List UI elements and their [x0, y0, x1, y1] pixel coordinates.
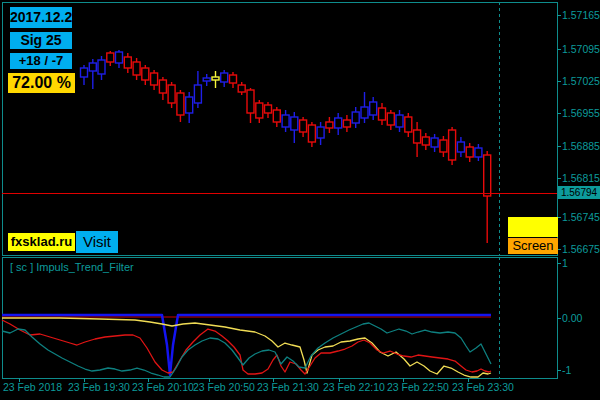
candle-body: [124, 57, 131, 68]
candle-body: [466, 147, 473, 157]
price-tick-label: 1.57095: [562, 43, 600, 55]
candle-body: [81, 68, 88, 77]
candle-body: [440, 140, 447, 152]
price-tick-label: 1.57165: [562, 9, 600, 21]
candle-body: [273, 110, 280, 122]
candle-body: [256, 103, 263, 118]
info-date-box: 2017.12.29: [8, 5, 74, 30]
time-tick-label: 23 Feb 20:10: [132, 381, 194, 393]
candle-body: [98, 60, 105, 74]
candle-body: [431, 138, 438, 147]
indicator-scale-label: 0.00: [562, 312, 583, 324]
price-tick-label: 1.56675: [562, 243, 600, 255]
chart-canvas: 1.571651.570951.570251.569551.568851.568…: [0, 0, 600, 400]
candle-body: [151, 73, 158, 85]
time-tick-label: 23 Feb 20:50: [193, 381, 255, 393]
screen-button-spacer: [508, 217, 558, 237]
candle-body: [133, 62, 140, 75]
candle-body: [361, 107, 368, 118]
price-tick-label: 1.56815: [562, 172, 600, 184]
site-link[interactable]: fxsklad.ru: [8, 233, 75, 251]
candle-body: [203, 78, 210, 81]
info-date-label: 2017.12.29: [10, 9, 80, 25]
candle-body: [317, 127, 324, 138]
candle-body: [212, 77, 219, 80]
candle-body: [484, 155, 491, 196]
candle-body: [343, 120, 350, 127]
info-percent-box: 72.00 %: [6, 71, 77, 95]
candle-body: [107, 53, 114, 62]
candle-body: [308, 125, 315, 142]
candle-body: [335, 118, 342, 128]
candle-body: [300, 120, 307, 132]
indicator-line-yellow: [2, 318, 491, 377]
candle-body: [405, 117, 412, 132]
candle-body: [291, 117, 298, 130]
candle-body: [370, 102, 377, 115]
info-percent-label: 72.00 %: [12, 74, 71, 91]
candle-body: [449, 130, 456, 160]
screen-button[interactable]: Screen: [508, 238, 558, 254]
candle-body: [247, 90, 254, 113]
indicator-line-red: [2, 320, 491, 374]
main-chart-border: [2, 2, 557, 255]
candle-body: [422, 137, 429, 145]
candle-body: [177, 93, 184, 115]
indicator-scale-label: 1: [562, 257, 568, 269]
info-ratio-label: +18 / -7: [19, 53, 63, 68]
candle-body: [475, 148, 482, 157]
candle-body: [221, 73, 228, 82]
candle-body: [142, 68, 149, 80]
candle-body: [238, 85, 245, 92]
info-signal-box: Sig 25: [8, 30, 74, 51]
candle-body: [379, 108, 386, 120]
info-signal-label: Sig 25: [20, 32, 61, 48]
visit-button[interactable]: Visit: [76, 231, 118, 253]
time-tick-label: 23 Feb 22:50: [387, 381, 449, 393]
time-tick-label: 23 Feb 19:30: [68, 381, 130, 393]
candle-body: [159, 80, 166, 93]
candle-body: [396, 115, 403, 127]
price-tick-label: 1.56955: [562, 107, 600, 119]
time-tick-label: 23 Feb 23:30: [452, 381, 514, 393]
info-ratio-box: +18 / -7: [8, 51, 74, 71]
candle-body: [265, 105, 272, 113]
indicator-title: [ sc ] Impuls_Trend_Filter: [10, 261, 134, 273]
candle-body: [116, 52, 123, 63]
candle-body: [414, 130, 421, 143]
candle-body: [457, 142, 464, 152]
candle-body: [387, 113, 394, 125]
price-tick-label: 1.57025: [562, 75, 600, 87]
candle-body: [326, 122, 333, 128]
current-price-label: 1.56794: [558, 186, 600, 199]
trading-terminal: 1.571651.570951.570251.569551.568851.568…: [0, 0, 600, 400]
candle-body: [282, 115, 289, 127]
candle-body: [168, 85, 175, 103]
candle-body: [186, 97, 193, 113]
candle-body: [89, 63, 96, 71]
price-tick-label: 1.56745: [562, 211, 600, 223]
price-tick-label: 1.56885: [562, 140, 600, 152]
time-tick-label: 23 Feb 21:30: [257, 381, 319, 393]
candle-body: [230, 75, 237, 83]
time-tick-label: 23 Feb 2018: [3, 381, 62, 393]
candle-body: [352, 112, 359, 123]
candle-body: [194, 85, 201, 103]
indicator-scale-label: -1: [562, 364, 571, 376]
time-tick-label: 23 Feb 22:10: [323, 381, 385, 393]
